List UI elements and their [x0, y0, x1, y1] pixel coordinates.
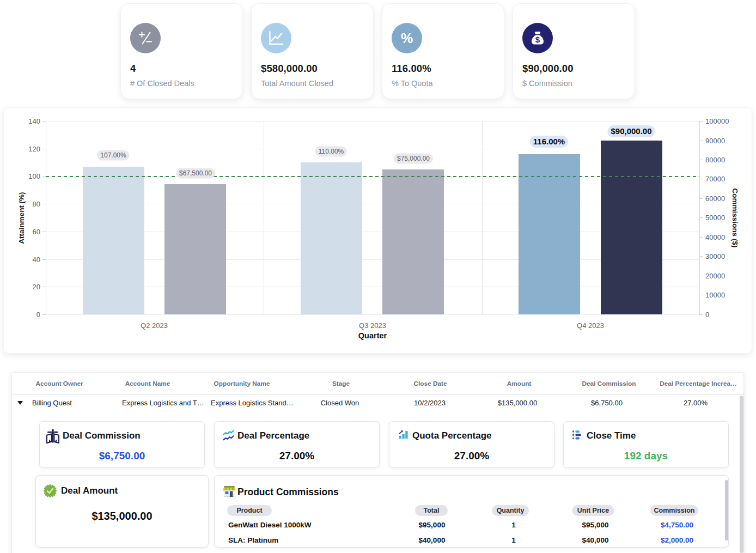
- svg-text:$: $: [535, 35, 540, 44]
